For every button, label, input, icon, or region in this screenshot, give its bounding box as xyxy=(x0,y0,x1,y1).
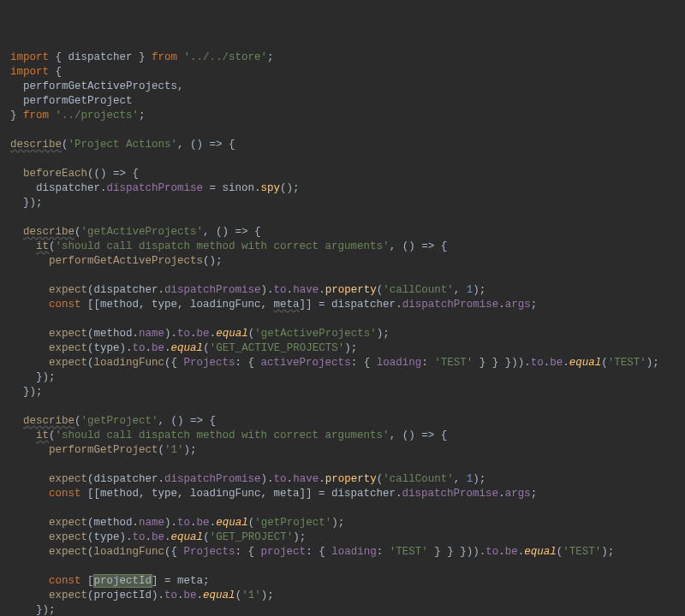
code-editor[interactable]: import { dispatcher } from '../../store'… xyxy=(10,50,675,616)
code-line: performGetActiveProjects, xyxy=(10,80,184,92)
code-line: import { xyxy=(10,66,62,78)
code-line: describe('Project Actions', () => { xyxy=(10,139,235,151)
code-line: performGetActiveProjects(); xyxy=(10,255,223,267)
code-line: describe('getActiveProjects', () => { xyxy=(10,226,261,238)
code-line: performGetProject xyxy=(10,95,133,107)
code-line: const [[method, type, loadingFunc, meta]… xyxy=(10,488,537,500)
code-line: const [[method, type, loadingFunc, meta]… xyxy=(10,299,537,311)
code-line: expect(dispatcher.dispatchPromise).to.ha… xyxy=(10,284,485,296)
code-line: }); xyxy=(10,386,43,398)
code-line: expect(method.name).to.be.equal('getProj… xyxy=(10,517,344,529)
code-line: const [projectId] = meta; xyxy=(10,575,210,587)
code-line: import { dispatcher } from '../../store'… xyxy=(10,51,274,63)
code-line: }); xyxy=(10,197,43,209)
code-line: expect(dispatcher.dispatchPromise).to.ha… xyxy=(10,473,485,485)
code-line: expect(loadingFunc({ Projects: { activeP… xyxy=(10,357,659,369)
code-line: performGetProject('1'); xyxy=(10,444,197,456)
code-line: dispatcher.dispatchPromise = sinon.spy()… xyxy=(10,182,300,194)
code-line: expect(type).to.be.equal('GET_ACTIVE_PRO… xyxy=(10,342,357,354)
code-line: expect(loadingFunc({ Projects: { project… xyxy=(10,546,614,558)
code-line: it('should call dispatch method with cor… xyxy=(10,429,447,441)
code-line: it('should call dispatch method with cor… xyxy=(10,240,447,252)
code-line: beforeEach(() => { xyxy=(10,168,139,180)
code-line: }); xyxy=(10,604,56,616)
code-line: }); xyxy=(10,371,56,383)
code-line: expect(method.name).to.be.equal('getActi… xyxy=(10,328,390,340)
code-line: } from '../projects'; xyxy=(10,110,146,121)
code-line: expect(type).to.be.equal('GET_PROJECT'); xyxy=(10,531,306,543)
code-line: describe('getProject', () => { xyxy=(10,415,216,427)
code-line: expect(projectId).to.be.equal('1'); xyxy=(10,589,274,601)
